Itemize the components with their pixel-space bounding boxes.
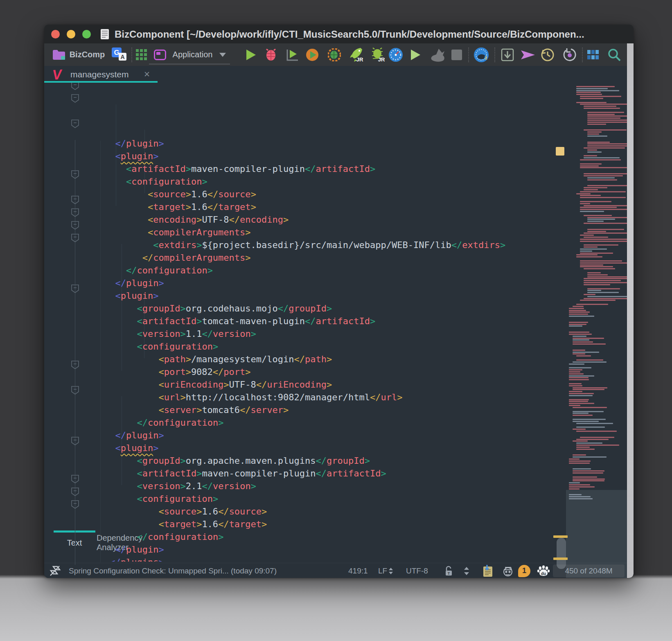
- project-label[interactable]: BizComp: [69, 43, 106, 66]
- code-line[interactable]: <source>1.6</source>: [44, 188, 634, 201]
- code-line[interactable]: <configuration>: [44, 175, 634, 188]
- code-line[interactable]: </plugins>: [44, 556, 634, 562]
- code-line[interactable]: <compilerArguments>: [44, 226, 634, 239]
- fold-marker-icon[interactable]: [71, 170, 79, 179]
- title-bar[interactable]: BizComponent [~/Develop/work/ifly/CTI_Mu…: [44, 25, 634, 43]
- code-line[interactable]: <server>tomcat6</server>: [44, 404, 634, 416]
- code-viewport[interactable]: </plugin><plugin><artifactId>maven-compi…: [44, 139, 634, 562]
- code-line[interactable]: </plugin>: [44, 429, 634, 442]
- code-line[interactable]: <artifactId>maven-compiler-plugin</artif…: [44, 467, 634, 480]
- code-line[interactable]: <groupId>org.codehaus.mojo</groupId>: [44, 302, 634, 315]
- code-line[interactable]: <extdirs>${project.basedir}/src/main/web…: [44, 239, 634, 251]
- status-message[interactable]: Spring Configuration Check: Unmapped Spr…: [69, 563, 277, 578]
- code-line[interactable]: <path>/managesystem/login</path>: [44, 353, 634, 366]
- update-icon[interactable]: [499, 43, 516, 66]
- code-line[interactable]: <artifactId>maven-compiler-plugin</artif…: [44, 163, 634, 175]
- overlay-scrollbar-track[interactable]: [627, 43, 634, 578]
- code-line[interactable]: <port>9082</port>: [44, 366, 634, 378]
- minimap-bar: [584, 278, 627, 279]
- gauge-icon[interactable]: [387, 43, 404, 66]
- code-line[interactable]: <configuration>: [44, 492, 634, 505]
- code-line[interactable]: <plugin>: [44, 289, 634, 302]
- minimap-bar: [569, 482, 580, 483]
- tab-managesystem[interactable]: managesystem: [70, 70, 129, 79]
- fold-marker-icon[interactable]: [71, 208, 79, 217]
- fold-marker-icon[interactable]: [71, 474, 79, 484]
- updown-icon[interactable]: [464, 563, 469, 578]
- scrollbar-thumb[interactable]: [557, 538, 566, 569]
- code-line[interactable]: <uriEncoding>UTF-8</uriEncoding>: [44, 378, 634, 391]
- fold-marker-icon[interactable]: [71, 119, 79, 129]
- minimap-bar: [580, 251, 592, 252]
- run-config-selector[interactable]: Application: [167, 43, 218, 66]
- fold-marker-icon[interactable]: [71, 284, 79, 293]
- code-line[interactable]: <version>2.1</version>: [44, 480, 634, 492]
- minimize-window-button[interactable]: [67, 30, 75, 38]
- close-window-button[interactable]: [51, 30, 60, 38]
- stop-icon[interactable]: [449, 43, 464, 66]
- caret-position[interactable]: 419:1: [348, 563, 368, 578]
- run-secondary-icon[interactable]: [408, 43, 422, 66]
- grid-green-icon[interactable]: [133, 43, 151, 66]
- rabbit-icon[interactable]: [428, 43, 446, 66]
- code-line[interactable]: </configuration>: [44, 416, 634, 429]
- code-line[interactable]: </configuration>: [44, 530, 634, 543]
- fold-marker-icon[interactable]: [71, 500, 79, 509]
- notification-badge[interactable]: 1: [518, 563, 530, 578]
- code-line[interactable]: <artifactId>tomcat-maven-plugin</artifac…: [44, 315, 634, 327]
- code-line[interactable]: </plugin>: [44, 139, 634, 150]
- line-separator[interactable]: LF: [378, 563, 393, 578]
- code-line[interactable]: <url>http://localhost:9082/manager/html<…: [44, 391, 634, 404]
- paw-plugin-icon[interactable]: du: [537, 563, 550, 578]
- fold-marker-icon[interactable]: [71, 221, 79, 230]
- inspections-icon[interactable]: [49, 563, 61, 578]
- profile-icon[interactable]: [304, 43, 320, 66]
- xrebel-icon[interactable]: z: [472, 43, 490, 66]
- jrebel-debug-icon[interactable]: JR: [370, 43, 386, 66]
- zoom-window-button[interactable]: [82, 30, 91, 38]
- close-tab-icon[interactable]: ✕: [144, 70, 150, 79]
- code-line[interactable]: <version>1.1</version>: [44, 327, 634, 340]
- code-line[interactable]: <plugin>: [44, 442, 634, 454]
- translate-icon[interactable]: GA: [110, 43, 129, 66]
- code-content[interactable]: </plugin><plugin><artifactId>maven-compi…: [44, 139, 634, 562]
- code-line[interactable]: <target>1.6</target>: [44, 518, 634, 530]
- coverage-run-icon[interactable]: [285, 43, 300, 66]
- search-icon[interactable]: [606, 43, 623, 66]
- run-icon[interactable]: [244, 43, 258, 66]
- editor-area[interactable]: </plugin><plugin><artifactId>maven-compi…: [44, 83, 634, 521]
- deploy-icon[interactable]: [520, 43, 536, 66]
- caret-down-icon[interactable]: [218, 43, 228, 66]
- debug-icon[interactable]: [264, 43, 278, 66]
- code-line[interactable]: <configuration>: [44, 340, 634, 353]
- dictionary-plugin-icon[interactable]: [482, 563, 494, 578]
- fold-marker-icon[interactable]: [71, 94, 79, 103]
- history-icon[interactable]: [539, 43, 556, 66]
- fold-marker-icon[interactable]: [71, 360, 79, 370]
- code-line[interactable]: </configuration>: [44, 264, 634, 277]
- fold-marker-icon[interactable]: [71, 436, 79, 446]
- fold-marker-icon[interactable]: [71, 487, 79, 497]
- fold-marker-icon[interactable]: [71, 195, 79, 205]
- minimap-bar: [576, 359, 603, 361]
- minimap-viewport[interactable]: [566, 490, 627, 578]
- grid-blue-icon[interactable]: [585, 43, 602, 66]
- robot-plugin-icon[interactable]: [502, 563, 514, 578]
- project-folder-button[interactable]: [50, 43, 68, 66]
- fold-marker-icon[interactable]: [71, 233, 79, 243]
- code-line[interactable]: <source>1.6</source>: [44, 505, 634, 518]
- code-line[interactable]: <plugin>: [44, 150, 634, 163]
- code-line[interactable]: </plugin>: [44, 543, 634, 556]
- code-line[interactable]: <target>1.6</target>: [44, 201, 634, 213]
- app-config-icon[interactable]: [151, 43, 169, 66]
- fold-marker-icon[interactable]: [71, 386, 79, 395]
- code-line[interactable]: <groupId>org.apache.maven.plugins</group…: [44, 454, 634, 467]
- code-line[interactable]: </plugin>: [44, 277, 634, 289]
- jrebel-run-icon[interactable]: JR: [348, 43, 365, 66]
- code-line[interactable]: </compilerArguments>: [44, 251, 634, 264]
- rollback-icon[interactable]: [562, 43, 578, 66]
- code-line[interactable]: <encoding>UTF-8</encoding>: [44, 213, 634, 226]
- profile-debug-icon[interactable]: [327, 43, 342, 66]
- unlock-icon[interactable]: T: [444, 563, 453, 578]
- file-encoding[interactable]: UTF-8: [406, 563, 428, 578]
